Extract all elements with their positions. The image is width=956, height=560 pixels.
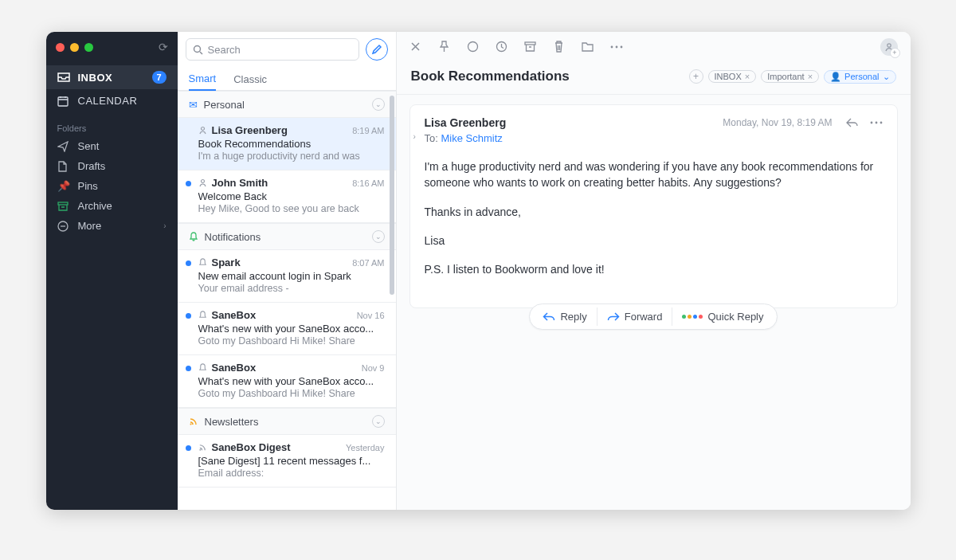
group-header-personal[interactable]: ✉ Personal ⌄ (178, 91, 396, 118)
tab-classic[interactable]: Classic (233, 73, 267, 90)
svg-point-4 (201, 127, 204, 131)
trash-icon[interactable] (553, 41, 566, 53)
message-subject: What's new with your SaneBox acco... (198, 375, 385, 387)
message-time: Nov 9 (362, 363, 385, 373)
chip-personal[interactable]: 👤 Personal ⌄ (824, 70, 895, 84)
mark-read-icon[interactable] (467, 41, 480, 53)
unread-indicator (186, 445, 191, 451)
compose-button[interactable] (366, 38, 388, 61)
message-preview: Goto my Dashboard Hi Mike! Share (198, 388, 385, 399)
body-paragraph: Lisa (425, 233, 883, 249)
message-item[interactable]: John Smith 8:16 AM Welcome Back Hey Mike… (178, 170, 396, 223)
group-header-notifications[interactable]: Notifications ⌄ (178, 223, 396, 250)
email-recipients[interactable]: To: Mike Schmitz (425, 132, 883, 144)
bell-icon (198, 258, 207, 267)
tab-smart[interactable]: Smart (189, 72, 217, 91)
inbox-icon (57, 72, 70, 82)
chip-important[interactable]: Important× (761, 70, 819, 83)
add-label-button[interactable]: + (689, 69, 703, 84)
inbox-count-badge: 7 (152, 71, 167, 84)
maximize-window-button[interactable] (84, 43, 93, 52)
message-sender: SaneBox (212, 309, 352, 321)
bell-icon (198, 363, 207, 372)
message-preview: Email address: (198, 468, 385, 479)
reply-button[interactable]: Reply (533, 307, 596, 326)
folders-heading: Folders (46, 116, 178, 136)
nav-calendar-label: CALENDAR (78, 95, 167, 107)
message-item[interactable]: Spark 8:07 AM New email account login in… (178, 250, 396, 303)
pin-icon[interactable] (438, 41, 451, 53)
bell-icon (198, 311, 207, 319)
message-subject: Book Recommendations (198, 138, 385, 150)
archive-icon[interactable] (524, 41, 537, 53)
expand-thread-icon[interactable]: › (413, 132, 416, 141)
svg-point-14 (887, 43, 890, 46)
folder-drafts[interactable]: Drafts (46, 156, 178, 176)
folder-pins[interactable]: 📌 Pins (46, 176, 178, 196)
svg-point-16 (875, 122, 877, 124)
search-icon (193, 45, 203, 55)
unread-indicator (186, 366, 191, 371)
collapse-icon[interactable]: ⌄ (372, 230, 385, 243)
unread-indicator (186, 313, 191, 319)
svg-point-17 (880, 122, 882, 124)
collapse-icon[interactable]: ⌄ (372, 98, 385, 111)
message-item[interactable]: SaneBox Nov 16 What's new with your Sane… (178, 303, 396, 355)
email-card: › Lisa Greenberg Monday, Nov 19, 8:19 AM… (409, 104, 898, 308)
window-controls (56, 43, 93, 52)
message-sender: SaneBox (212, 362, 357, 374)
chevron-right-icon: › (163, 221, 166, 230)
folder-archive[interactable]: Archive (46, 196, 178, 216)
app-window: ⟳ INBOX 7 CALENDAR Folders Sent (46, 32, 911, 510)
message-subject: What's new with your SaneBox acco... (198, 323, 385, 335)
scrollbar[interactable] (390, 96, 394, 505)
message-preview: I'm a huge productivity nerd and was (198, 151, 385, 162)
reader-header: Book Recommendations + INBOX× Important×… (397, 62, 911, 95)
group-label: Personal (204, 99, 245, 111)
snooze-icon[interactable] (496, 41, 508, 53)
search-input[interactable]: Search (186, 38, 359, 61)
close-icon[interactable] (409, 41, 422, 53)
nav-inbox[interactable]: INBOX 7 (46, 65, 178, 89)
folder-label: Pins (78, 180, 98, 192)
svg-point-11 (610, 45, 613, 48)
message-item[interactable]: SaneBox Nov 9 What's new with your SaneB… (178, 355, 396, 408)
folder-more[interactable]: More › (46, 216, 178, 236)
share-avatar-button[interactable] (880, 38, 898, 56)
folder-label: Archive (78, 200, 112, 212)
quick-reply-button[interactable]: Quick Reply (672, 307, 773, 326)
remove-chip-icon[interactable]: × (808, 72, 813, 81)
quick-reply-icon (682, 315, 703, 319)
unread-indicator (186, 260, 191, 266)
reader-pane: Book Recommendations + INBOX× Important×… (397, 32, 911, 510)
email-date: Monday, Nov 19, 8:19 AM (723, 117, 832, 128)
group-header-newsletters[interactable]: Newsletters ⌄ (178, 408, 396, 435)
more-icon[interactable] (610, 41, 623, 53)
message-time: 8:07 AM (352, 258, 384, 268)
message-item[interactable]: Lisa Greenberg 8:19 AM Book Recommendati… (178, 118, 396, 170)
drafts-icon (57, 161, 70, 172)
message-item[interactable]: SaneBox Digest Yesterday [Sane Digest] 1… (178, 435, 396, 488)
inbox-tabs: Smart Classic (178, 67, 396, 91)
calendar-icon (57, 96, 70, 107)
message-sender: Spark (212, 257, 348, 268)
remove-chip-icon[interactable]: × (745, 72, 750, 81)
move-folder-icon[interactable] (582, 41, 594, 53)
rss-icon (189, 417, 198, 426)
reply-icon[interactable] (845, 117, 859, 128)
message-time: Yesterday (346, 443, 385, 452)
svg-point-8 (468, 42, 478, 52)
nav-calendar[interactable]: CALENDAR (46, 89, 178, 112)
message-preview: Your email address - (198, 283, 385, 294)
close-window-button[interactable] (56, 43, 65, 52)
more-icon[interactable] (870, 121, 883, 124)
forward-button[interactable]: Forward (597, 307, 672, 326)
svg-rect-1 (58, 202, 68, 205)
sync-icon[interactable]: ⟳ (159, 41, 168, 53)
folder-sent[interactable]: Sent (46, 136, 178, 156)
collapse-icon[interactable]: ⌄ (372, 415, 385, 428)
chip-inbox[interactable]: INBOX× (708, 70, 757, 83)
svg-point-7 (199, 449, 201, 451)
svg-rect-10 (525, 42, 535, 45)
minimize-window-button[interactable] (70, 43, 79, 52)
